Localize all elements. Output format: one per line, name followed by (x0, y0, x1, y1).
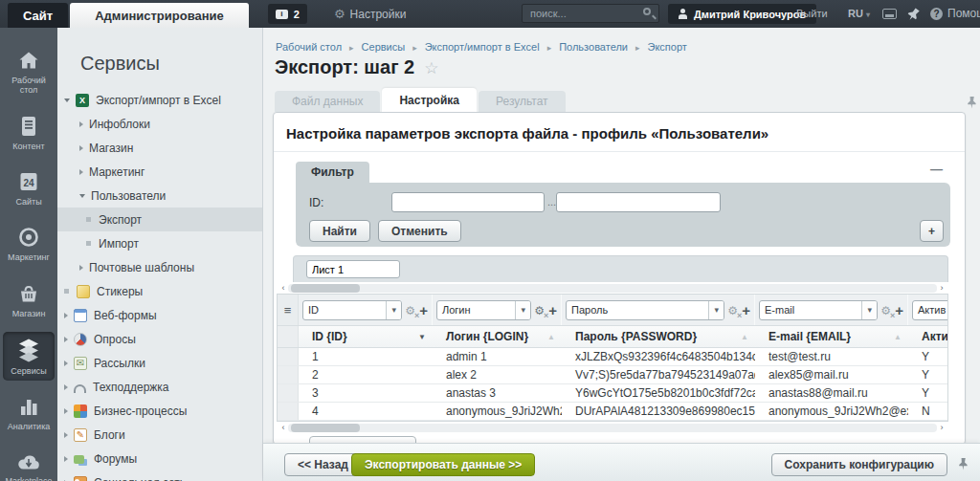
scroll-left-arrow[interactable] (278, 423, 288, 432)
back-button[interactable]: << Назад (284, 453, 362, 476)
breadcrumb-link[interactable]: Рабочий стол (276, 41, 362, 53)
sidebar-item-excel-export[interactable]: X Экспорт/импорт в Excel (57, 88, 262, 112)
breadcrumb-link[interactable]: Экспорт (648, 41, 687, 53)
sheet-name-input[interactable] (306, 260, 400, 278)
breadcrumb-link[interactable]: Экспорт/импорт в Excel (425, 41, 559, 53)
desktop-icon[interactable] (882, 9, 897, 19)
id-from-input[interactable] (391, 192, 545, 212)
table-row[interactable]: 4 anonymous_9JriJ2Wh2 4 DUrAPAlA48121330… (278, 403, 947, 421)
cancel-button[interactable]: Отменить (378, 220, 461, 242)
column-settings-icon[interactable] (727, 301, 740, 319)
pin-icon[interactable] (906, 7, 920, 21)
breadcrumb-link[interactable]: Пользователи (559, 41, 647, 53)
admin-tab[interactable]: Администрирование (70, 3, 249, 28)
sort-asc-icon[interactable]: ▲ (547, 333, 555, 341)
sidebar-item-blogs[interactable]: Блоги (57, 423, 262, 447)
column-header[interactable]: Логин {LOGIN}▲ (433, 326, 562, 347)
column-header[interactable]: E-mail {EMAIL}▲ (755, 326, 908, 347)
sidebar-item-users[interactable]: Пользователи (57, 184, 262, 208)
row-select-cell[interactable] (278, 348, 299, 365)
column-select[interactable]: Актив (912, 300, 948, 320)
pin-icon[interactable] (965, 96, 977, 113)
column-header[interactable]: Актив (908, 326, 948, 347)
column-settings-icon[interactable] (405, 301, 417, 319)
export-button[interactable]: Экспортировать данные >> (351, 453, 535, 476)
sidebar-item-polls[interactable]: Опросы (57, 327, 262, 351)
column-select[interactable]: Логин (436, 300, 531, 320)
tab-settings[interactable]: Настройка (382, 88, 477, 112)
user-button[interactable]: Дмитрий Кривочуров (668, 4, 816, 24)
sort-asc-icon[interactable]: ▲ (894, 333, 902, 341)
column-select[interactable]: E-mail (759, 300, 878, 320)
sidebar-item-shop[interactable]: Магазин (57, 136, 262, 160)
pin-icon[interactable] (956, 457, 969, 470)
column-header[interactable]: ID {ID}▼ (299, 326, 433, 347)
logout-link[interactable]: Выйти (796, 8, 828, 19)
scroll-right-arrow[interactable] (937, 283, 947, 293)
column-select[interactable]: ID (302, 300, 402, 320)
row-select-cell[interactable] (278, 384, 299, 402)
column-select[interactable]: Пароль (566, 300, 724, 320)
favorite-star-icon[interactable] (414, 56, 438, 78)
sidebar-item-mailings[interactable]: Рассылки (57, 351, 262, 375)
rail-item-content[interactable]: Контент (3, 109, 55, 156)
collapse-button[interactable]: — (930, 162, 943, 176)
sidebar-item-web-forms[interactable]: Веб-формы (57, 303, 262, 327)
id-to-input[interactable] (556, 192, 721, 212)
site-tab[interactable]: Сайт (8, 3, 68, 28)
filter-tab[interactable]: Фильтр (296, 162, 369, 183)
find-button[interactable]: Найти (309, 220, 370, 242)
sidebar-item-import[interactable]: Импорт (57, 231, 262, 255)
scroll-thumb[interactable] (291, 284, 360, 293)
row-select-cell[interactable] (278, 403, 299, 420)
row-select-cell[interactable] (278, 366, 299, 383)
sidebar-item-social-network[interactable]: Социальная сеть (57, 470, 262, 481)
table-row[interactable]: 3 anastas 3 Y6wGcYtO175e5b8201b0c3fdf72c… (278, 384, 947, 403)
scroll-track[interactable] (288, 284, 937, 293)
add-filter-button[interactable]: + (920, 220, 944, 242)
column-header[interactable]: Пароль {PASSWORD}▲ (562, 326, 755, 347)
column-settings-icon[interactable] (880, 301, 893, 319)
rail-label: Магазин (12, 309, 46, 318)
add-column-icon[interactable]: + (742, 303, 750, 317)
table-cell: N (908, 403, 948, 420)
breadcrumb-link[interactable]: Сервисы (362, 41, 425, 53)
process-icon (74, 404, 87, 418)
sidebar-item-business-processes[interactable]: Бизнес-процессы (57, 399, 262, 423)
scroll-right-arrow[interactable] (937, 423, 947, 432)
search-input[interactable] (522, 4, 659, 23)
add-column-icon[interactable]: + (419, 303, 428, 317)
scroll-thumb[interactable] (291, 424, 360, 432)
sidebar-item-stickers[interactable]: Стикеры (57, 279, 262, 303)
chevron-down-icon (708, 301, 724, 319)
settings-button[interactable]: Настройки (334, 7, 407, 21)
sort-desc-icon[interactable]: ▼ (418, 333, 426, 341)
rail-item-sites[interactable]: 24 Сайты (3, 164, 55, 211)
scroll-track[interactable] (288, 424, 937, 432)
rail-item-marketplace[interactable]: Marketplace (3, 446, 55, 481)
add-column-icon[interactable]: + (895, 303, 903, 317)
scroll-left-arrow[interactable] (278, 283, 288, 293)
rail-item-analytics[interactable]: Аналитика (3, 389, 55, 436)
add-column-icon[interactable]: + (548, 303, 557, 317)
sort-asc-icon[interactable]: ▲ (741, 333, 748, 341)
sidebar-item-mail-templates[interactable]: Почтовые шаблоны (57, 255, 262, 279)
rail-item-marketing[interactable]: Маркетинг (3, 220, 55, 267)
sidebar-item-infoblocks[interactable]: Инфоблоки (57, 112, 262, 136)
table-row[interactable]: 2 alex 2 Vv7;S)5re5da77ba794523149a07adc… (278, 366, 947, 384)
language-selector[interactable]: RU (848, 8, 870, 19)
row-menu-icon[interactable] (284, 303, 292, 317)
notifications-button[interactable]: i 2 (268, 4, 307, 24)
rail-item-shop[interactable]: Магазин (3, 276, 55, 323)
horizontal-scrollbar (277, 282, 948, 294)
sidebar-item-support[interactable]: Техподдержка (57, 375, 262, 399)
help-button[interactable]: ? Помощь (930, 7, 980, 20)
column-settings-icon[interactable] (534, 301, 546, 319)
rail-item-desktop[interactable]: Рабочий стол (3, 43, 55, 100)
sidebar-item-marketing[interactable]: Маркетинг (57, 160, 262, 184)
sidebar-item-forums[interactable]: Форумы (57, 447, 262, 470)
table-row[interactable]: 1 admin 1 xJLZBxQs932396f4c6483504b134cc… (278, 348, 947, 366)
save-config-button[interactable]: Сохранить конфигурацию (771, 453, 947, 476)
sidebar-item-export[interactable]: Экспорт (57, 208, 262, 231)
rail-item-services[interactable]: Сервисы (3, 332, 55, 381)
